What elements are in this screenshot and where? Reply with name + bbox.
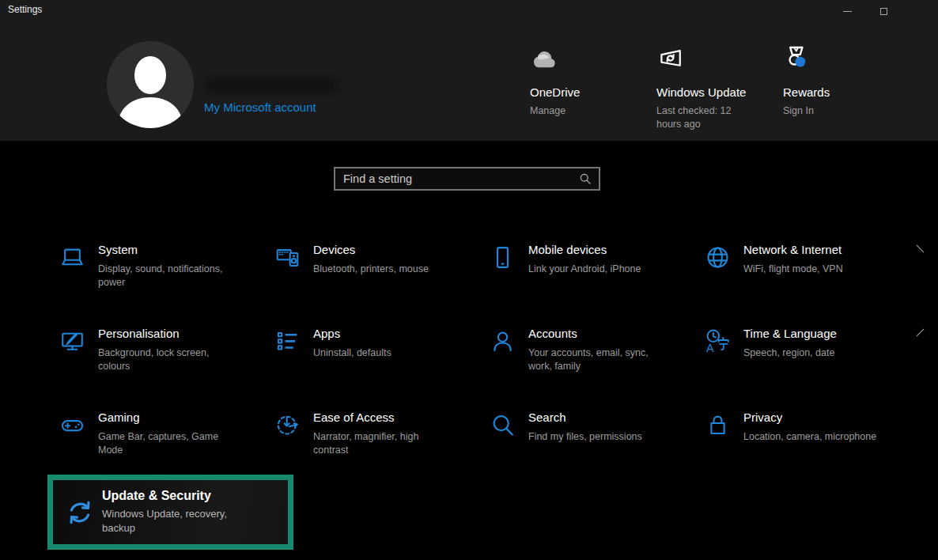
tile-title: Personalisation — [98, 326, 240, 342]
personalisation-brush-icon — [54, 326, 98, 373]
tile-title: System — [98, 242, 240, 258]
tile-subtitle: Game Bar, captures, Game Mode — [98, 430, 240, 457]
tile-update-security[interactable]: Update & Security Windows Update, recove… — [47, 475, 293, 550]
windows-update-icon — [656, 42, 771, 77]
tile-time-language[interactable]: A Time & Language Speech, region, date — [699, 326, 906, 360]
account-name-redacted — [206, 78, 336, 93]
ease-of-access-icon — [269, 410, 313, 457]
tile-subtitle: Narrator, magnifier, high contrast — [313, 430, 456, 457]
close-icon — [915, 6, 925, 17]
tile-title: Devices — [313, 242, 429, 258]
account-header: My Microsoft account OneDrive Manage — [0, 22, 938, 141]
gamepad-icon — [54, 410, 98, 457]
mobile-phone-icon — [484, 242, 528, 276]
quick-item-subtitle: Last checked: 12 hours ago — [656, 104, 736, 131]
tile-devices[interactable]: Devices Bluetooth, printers, mouse — [269, 242, 476, 276]
quick-item-onedrive[interactable]: OneDrive Manage — [530, 42, 645, 118]
search-icon — [484, 410, 528, 444]
quick-item-rewards[interactable]: Rewards Sign In — [783, 42, 898, 118]
globe-icon — [699, 242, 743, 276]
tile-personalisation[interactable]: Personalisation Background, lock screen,… — [54, 326, 261, 373]
settings-window: Settings My Microsoft account — [0, 0, 938, 560]
rewards-medal-icon — [783, 42, 898, 77]
tile-title: Gaming — [98, 410, 240, 426]
search-icon[interactable] — [579, 172, 592, 185]
tile-apps[interactable]: Apps Uninstall, defaults — [269, 326, 476, 360]
tile-gaming[interactable]: Gaming Game Bar, captures, Game Mode — [54, 410, 261, 457]
tile-subtitle: Bluetooth, printers, mouse — [313, 263, 429, 276]
tile-subtitle: Speech, region, date — [743, 346, 837, 360]
tile-privacy[interactable]: Privacy Location, camera, microphone — [699, 410, 906, 444]
tile-subtitle: Link your Android, iPhone — [528, 263, 641, 276]
tile-title: Time & Language — [743, 326, 837, 342]
quick-item-windows-update[interactable]: Windows Update Last checked: 12 hours ag… — [656, 42, 771, 131]
tile-title: Privacy — [743, 410, 876, 426]
sync-icon — [53, 498, 102, 528]
devices-icon — [269, 242, 313, 276]
title-bar: Settings — [0, 0, 938, 22]
tile-subtitle: Location, camera, microphone — [743, 430, 876, 444]
maximize-button[interactable] — [865, 0, 902, 22]
minimize-button[interactable] — [829, 0, 865, 22]
tile-title: Mobile devices — [528, 242, 641, 258]
svg-text:A: A — [706, 342, 714, 354]
close-button[interactable] — [902, 0, 938, 22]
tile-subtitle: Display, sound, notifications, power — [98, 263, 240, 289]
laptop-icon — [54, 242, 98, 289]
tile-title: Update & Security — [102, 489, 254, 503]
quick-item-title: OneDrive — [530, 85, 645, 99]
quick-item-subtitle: Manage — [530, 104, 609, 118]
window-title: Settings — [8, 4, 42, 15]
window-controls — [829, 0, 938, 22]
onedrive-cloud-icon — [530, 42, 645, 77]
quick-item-title: Windows Update — [656, 85, 771, 99]
tile-ease-of-access[interactable]: Ease of Access Narrator, magnifier, high… — [269, 410, 476, 457]
minimize-icon — [843, 11, 852, 12]
tile-subtitle: Find my files, permissions — [528, 430, 642, 444]
tile-title: Network & Internet — [743, 242, 843, 258]
microsoft-account-link[interactable]: My Microsoft account — [204, 100, 316, 114]
tile-system[interactable]: System Display, sound, notifications, po… — [54, 242, 261, 289]
tile-title: Accounts — [528, 326, 671, 342]
tile-subtitle: Your accounts, email, sync, work, family — [528, 346, 671, 373]
tile-subtitle: Windows Update, recovery, backup — [102, 507, 254, 535]
tile-subtitle: Background, lock screen, colours — [98, 346, 240, 373]
tile-network-internet[interactable]: Network & Internet WiFi, flight mode, VP… — [699, 242, 906, 276]
quick-item-subtitle: Sign In — [783, 104, 862, 118]
tile-title: Search — [528, 410, 642, 426]
apps-list-icon — [269, 326, 313, 360]
tile-title: Ease of Access — [313, 410, 456, 426]
tile-title: Apps — [313, 326, 391, 342]
search-input[interactable] — [335, 168, 579, 189]
tile-subtitle: WiFi, flight mode, VPN — [743, 263, 843, 276]
quick-item-title: Rewards — [783, 85, 898, 99]
maximize-icon — [880, 8, 887, 15]
tile-mobile-devices[interactable]: Mobile devices Link your Android, iPhone — [484, 242, 691, 276]
person-avatar-icon — [107, 41, 194, 128]
tile-accounts[interactable]: Accounts Your accounts, email, sync, wor… — [484, 326, 691, 373]
lock-icon — [699, 410, 743, 444]
person-icon — [484, 326, 528, 373]
find-a-setting-searchbox[interactable] — [334, 167, 600, 191]
tile-subtitle: Uninstall, defaults — [313, 346, 391, 360]
time-language-icon: A — [699, 326, 743, 360]
tile-search[interactable]: Search Find my files, permissions — [484, 410, 691, 444]
